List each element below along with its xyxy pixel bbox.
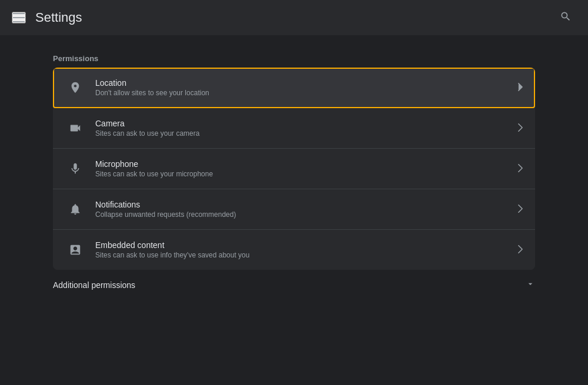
location-subtitle: Don't allow sites to see your location [95, 89, 510, 97]
embedded-content-subtitle: Sites can ask to use info they've saved … [95, 251, 510, 259]
permission-item-embedded-content[interactable]: Embedded content Sites can ask to use in… [53, 230, 535, 270]
permission-item-notifications[interactable]: Notifications Collapse unwanted requests… [53, 189, 535, 230]
location-icon [65, 77, 86, 98]
permission-item-microphone[interactable]: Microphone Sites can ask to use your mic… [53, 149, 535, 189]
notifications-title: Notifications [95, 200, 510, 209]
permissions-section-label: Permissions [53, 47, 535, 68]
permissions-card: Location Don't allow sites to see your l… [53, 68, 535, 270]
microphone-text: Microphone Sites can ask to use your mic… [95, 159, 510, 178]
location-chevron-icon [517, 83, 523, 93]
microphone-subtitle: Sites can ask to use your microphone [95, 170, 510, 178]
search-icon [560, 11, 572, 22]
camera-chevron-icon [517, 123, 523, 133]
camera-icon [65, 118, 86, 139]
microphone-title: Microphone [95, 159, 510, 169]
notifications-chevron-icon [517, 205, 523, 215]
content-wrapper: Permissions Location Don't allow sites t… [29, 47, 559, 300]
microphone-icon [65, 158, 86, 179]
notifications-icon [65, 199, 86, 220]
notifications-text: Notifications Collapse unwanted requests… [95, 200, 510, 219]
camera-title: Camera [95, 119, 510, 128]
header-left: Settings [12, 10, 82, 25]
additional-permissions-chevron-icon [526, 279, 535, 290]
additional-permissions-row[interactable]: Additional permissions [53, 270, 535, 300]
app-container: Settings Permissions [0, 0, 588, 385]
embedded-content-title: Embedded content [95, 240, 510, 250]
search-button[interactable] [555, 6, 576, 30]
camera-text: Camera Sites can ask to use your camera [95, 119, 510, 138]
embedded-content-icon [65, 239, 86, 260]
hamburger-button[interactable] [12, 12, 26, 24]
page-title: Settings [35, 10, 82, 25]
additional-permissions-label: Additional permissions [53, 280, 135, 290]
location-text: Location Don't allow sites to see your l… [95, 78, 510, 97]
header: Settings [0, 0, 588, 35]
notifications-subtitle: Collapse unwanted requests (recommended) [95, 210, 510, 219]
embedded-content-chevron-icon [517, 245, 523, 255]
permission-item-location[interactable]: Location Don't allow sites to see your l… [53, 68, 535, 108]
permission-item-camera[interactable]: Camera Sites can ask to use your camera [53, 108, 535, 149]
embedded-content-text: Embedded content Sites can ask to use in… [95, 240, 510, 259]
microphone-chevron-icon [517, 164, 523, 174]
camera-subtitle: Sites can ask to use your camera [95, 129, 510, 138]
location-title: Location [95, 78, 510, 88]
main-content: Permissions Location Don't allow sites t… [0, 35, 588, 385]
